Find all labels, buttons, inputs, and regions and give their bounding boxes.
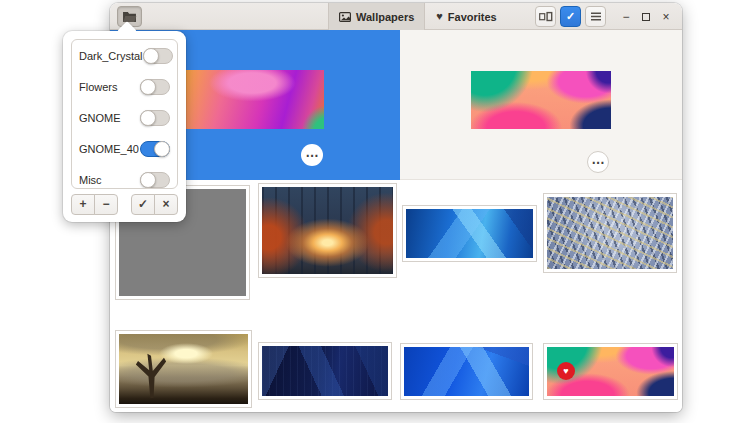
- monitor-0-more-button[interactable]: ⋯: [301, 144, 323, 166]
- wallpaper-image: [547, 197, 673, 269]
- minimize-button[interactable]: −: [616, 6, 636, 27]
- folder-toggle[interactable]: [140, 79, 170, 95]
- folder-toggle[interactable]: [140, 172, 170, 188]
- image-icon: [339, 12, 351, 22]
- toggle-knob: [143, 48, 159, 64]
- minimize-icon: −: [622, 10, 629, 24]
- check-icon: ✓: [566, 10, 575, 23]
- header-bar: Wallpapers ♥ Favorites ✓: [110, 3, 682, 30]
- folder-name: GNOME: [79, 112, 121, 124]
- dual-monitor-icon: [539, 11, 553, 22]
- toggle-knob: [154, 141, 170, 157]
- monitor-1-panel[interactable]: ⋯ Monitor 1 (ASUS PB277): [400, 30, 682, 180]
- add-remove-group: + −: [71, 194, 118, 215]
- folder-row-flowers[interactable]: Flowers: [72, 71, 177, 102]
- wallpaper-thumbnail[interactable]: [400, 343, 533, 400]
- open-folder-icon: [122, 11, 137, 23]
- tab-wallpapers[interactable]: Wallpapers: [328, 3, 425, 30]
- window-controls: − ×: [616, 6, 676, 27]
- wallpaper-image: [262, 187, 393, 274]
- wallpaper-grid: ♥: [110, 180, 682, 412]
- toggle-knob: [140, 172, 156, 188]
- folder-row-dark-crystal[interactable]: Dark_Crystal: [72, 40, 177, 71]
- monitor-1-wallpaper-preview: [471, 71, 611, 129]
- close-button[interactable]: ×: [656, 6, 676, 27]
- monitors-row: ⋯ Monitor 0 (27GL850) ⋯ Monitor 1 (ASUS …: [110, 30, 682, 180]
- folder-name: Misc: [79, 174, 102, 186]
- folder-toggle[interactable]: [140, 141, 170, 157]
- window-maximize-icon: [642, 13, 650, 21]
- monitor-1-more-button[interactable]: ⋯: [587, 151, 609, 173]
- wallpaper-thumbnail[interactable]: ♥: [543, 343, 678, 400]
- confirm-button[interactable]: ✓: [131, 194, 155, 215]
- folder-name: Dark_Crystal: [79, 50, 143, 62]
- remove-folder-button[interactable]: −: [94, 194, 118, 215]
- folders-popover: Dark_Crystal Flowers GNOME GNOME_40 Misc…: [63, 31, 186, 222]
- close-icon: ×: [662, 10, 669, 24]
- wallpaper-thumbnail[interactable]: [258, 183, 397, 278]
- folder-row-gnome[interactable]: GNOME: [72, 102, 177, 133]
- folder-name: GNOME_40: [79, 143, 139, 155]
- wallpaper-image: [262, 346, 388, 396]
- add-folder-button[interactable]: +: [71, 194, 95, 215]
- wallpaper-thumbnail[interactable]: [543, 193, 677, 273]
- toggle-knob: [140, 79, 156, 95]
- folder-row-gnome-40[interactable]: GNOME_40: [72, 133, 177, 164]
- header-actions: ✓ − ×: [531, 6, 676, 27]
- confirm-cancel-group: ✓ ×: [131, 194, 178, 215]
- tab-label: Wallpapers: [356, 11, 414, 23]
- wallpaper-thumbnail[interactable]: [402, 205, 537, 262]
- wallpaper-image: [404, 347, 529, 396]
- folder-list: Dark_Crystal Flowers GNOME GNOME_40 Misc: [71, 39, 178, 189]
- wallpaper-image: [119, 334, 248, 404]
- maximize-button[interactable]: [636, 6, 656, 27]
- wallpaper-image: ♥: [547, 347, 674, 396]
- folder-name: Flowers: [79, 81, 118, 93]
- popover-actions: + − ✓ ×: [71, 194, 178, 215]
- apply-button[interactable]: ✓: [560, 6, 581, 27]
- menu-button[interactable]: [585, 6, 606, 27]
- tab-label: Favorites: [448, 11, 497, 23]
- wallpaper-thumbnail[interactable]: [258, 342, 392, 400]
- tab-favorites[interactable]: ♥ Favorites: [425, 3, 507, 30]
- heart-icon: ♥: [563, 367, 568, 376]
- heart-icon: ♥: [436, 11, 443, 22]
- cancel-button[interactable]: ×: [154, 194, 178, 215]
- view-switcher: Wallpapers ♥ Favorites: [328, 3, 508, 30]
- app-window: Wallpapers ♥ Favorites ✓: [110, 3, 682, 412]
- toggle-knob: [140, 110, 156, 126]
- folder-toggle[interactable]: [143, 48, 173, 64]
- wallpaper-thumbnail[interactable]: [115, 330, 252, 408]
- favorite-badge: ♥: [557, 362, 575, 380]
- menu-icon: [591, 12, 601, 21]
- folder-row-misc[interactable]: Misc: [72, 164, 177, 189]
- wallpaper-image: [406, 209, 533, 258]
- folder-toggle[interactable]: [140, 110, 170, 126]
- displays-button[interactable]: [535, 6, 556, 27]
- monitor-0-wallpaper-preview: [186, 70, 324, 129]
